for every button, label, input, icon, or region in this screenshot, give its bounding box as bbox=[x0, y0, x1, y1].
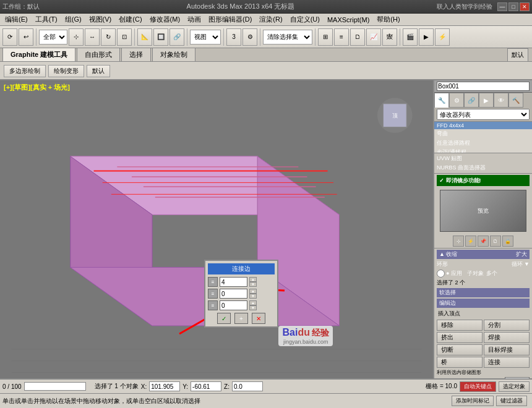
viewport[interactable]: [+][草图][真实 + 场光] bbox=[0, 80, 433, 378]
btn-split[interactable]: 分割 bbox=[484, 320, 530, 331]
panel-icon-1[interactable]: ⊹ bbox=[453, 236, 464, 247]
ribbon-btn-paint-deform[interactable]: 绘制变形 bbox=[48, 65, 84, 77]
soft-select-section: 软选择 bbox=[437, 288, 530, 297]
modifier-item-step[interactable]: 步迈/通线程 bbox=[434, 148, 532, 153]
toolbar-extra-1[interactable]: 3 bbox=[226, 28, 241, 46]
btn-cut[interactable]: 切断 bbox=[437, 344, 483, 355]
toolbar-magnet[interactable]: 🔗 bbox=[169, 28, 184, 46]
toolbar-rotate[interactable]: ↻ bbox=[101, 28, 116, 46]
panel-tab-motion[interactable]: ▶ bbox=[479, 93, 494, 108]
toolbar-mirror[interactable]: ⊞ bbox=[318, 28, 333, 46]
menu-animation[interactable]: 动画 bbox=[184, 14, 205, 25]
toolbar-curve-editor[interactable]: 📈 bbox=[366, 28, 381, 46]
toolbar-btn-2[interactable]: ↩ bbox=[19, 28, 33, 46]
dialog-icon-3: ≡ bbox=[208, 300, 218, 310]
dialog-ok-button[interactable]: ✓ bbox=[217, 313, 231, 324]
modifier-item-bend[interactable]: 弯曲 bbox=[434, 129, 532, 138]
toolbar-move[interactable]: ↔ bbox=[85, 28, 100, 46]
spin-down-2[interactable]: ▼ bbox=[249, 294, 257, 299]
apply-radio[interactable] bbox=[437, 270, 445, 278]
auto-key-button[interactable]: 自动关键点 bbox=[460, 381, 496, 392]
view-dropdown[interactable]: 视图 bbox=[190, 30, 221, 45]
named-selection-dropdown[interactable]: 清除选择集 bbox=[263, 30, 312, 45]
dialog-row-shrink: ≡ ▲ ▼ bbox=[208, 289, 275, 299]
menu-edit[interactable]: 编辑(E) bbox=[1, 14, 32, 25]
menu-render[interactable]: 渲染(R) bbox=[255, 14, 286, 25]
panel-icon-4[interactable]: 🗋 bbox=[490, 236, 501, 247]
toolbar-layer[interactable]: 🗋 bbox=[350, 28, 365, 46]
toolbar-btn-1[interactable]: ⟳ bbox=[2, 28, 17, 46]
coord-x-input[interactable] bbox=[149, 381, 180, 391]
menu-customize[interactable]: 自定义(U) bbox=[286, 14, 324, 25]
toolbar-render[interactable]: ▶ bbox=[419, 28, 434, 46]
edit-buttons-grid: 移除 分割 挤出 焊接 切断 目标焊接 桥 连接 bbox=[437, 320, 530, 368]
modifier-item-mesh[interactable]: 任意选择路程 bbox=[434, 138, 532, 148]
dialog-input-shrink[interactable] bbox=[220, 289, 247, 299]
menu-graph-editor[interactable]: 图形编辑器(D) bbox=[205, 14, 255, 25]
coord-y-input[interactable] bbox=[191, 381, 221, 391]
title-center: Autodesk 3ds Max 2013 x64 无标题 bbox=[45, 2, 437, 11]
toolbar-select[interactable]: ⊹ bbox=[69, 28, 84, 46]
coord-z-input[interactable] bbox=[232, 381, 263, 391]
modifier-nurbs[interactable]: NURBS 曲面选择器 bbox=[437, 163, 530, 172]
selected-btn[interactable]: 选定对象 bbox=[499, 381, 530, 392]
toolbar-snap[interactable]: 🔲 bbox=[153, 28, 168, 46]
ribbon-tab-freeform[interactable]: 自由形式 bbox=[77, 48, 120, 61]
expand-label: 扩大 bbox=[516, 250, 527, 258]
ribbon-tab-select[interactable]: 选择 bbox=[121, 48, 151, 61]
menu-modifier[interactable]: 修改器(M) bbox=[146, 14, 184, 25]
panel-icon-2[interactable]: ⚡ bbox=[465, 236, 476, 247]
dialog-input-segments[interactable] bbox=[220, 277, 247, 287]
param-cut-input[interactable] bbox=[505, 377, 530, 378]
menu-group[interactable]: 组(G) bbox=[61, 14, 85, 25]
btn-bridge[interactable]: 桥 bbox=[437, 357, 483, 368]
btn-weld[interactable]: 焊接 bbox=[484, 332, 530, 343]
object-name-input[interactable] bbox=[437, 82, 530, 91]
toolbar-extra-2[interactable]: ⚙ bbox=[242, 28, 257, 46]
toolbar-quick-render[interactable]: ⚡ bbox=[435, 28, 450, 46]
btn-extrude[interactable]: 挤出 bbox=[437, 332, 483, 343]
panel-icon-5[interactable]: 🔒 bbox=[502, 236, 513, 247]
dialog-cancel-button[interactable]: ✕ bbox=[252, 313, 265, 324]
dialog-plus-button[interactable]: + bbox=[234, 313, 248, 324]
panel-tab-utilities[interactable]: 🔨 bbox=[508, 93, 523, 108]
toolbar-render-setup[interactable]: 🎬 bbox=[403, 28, 418, 46]
toolbar-scale[interactable]: ⊡ bbox=[117, 28, 132, 46]
ribbon-tab-objpaint[interactable]: 对象绘制 bbox=[152, 48, 195, 61]
modifier-list-dropdown[interactable]: 修改器列表 bbox=[437, 109, 530, 120]
panel-tab-create[interactable]: 🔧 bbox=[434, 93, 449, 108]
select-filter-dropdown[interactable]: 全部 bbox=[39, 30, 67, 45]
toolbar-schematic[interactable]: 🕸 bbox=[382, 28, 397, 46]
ribbon-btn-polygon-draw[interactable]: 多边形绘制 bbox=[4, 65, 46, 77]
minimize-button[interactable]: — bbox=[497, 2, 507, 11]
modifier-item-ffd[interactable]: FFD 4x4x4 bbox=[434, 122, 532, 129]
spin-up-3[interactable]: ▲ bbox=[249, 300, 257, 305]
btn-target-weld[interactable]: 目标焊接 bbox=[484, 344, 530, 355]
panel-tab-hierarchy[interactable]: 🔗 bbox=[464, 93, 479, 108]
menu-tools[interactable]: 工具(T) bbox=[32, 14, 61, 25]
panel-tab-modify[interactable]: ⚙ bbox=[449, 93, 464, 108]
ribbon-tab-graphite[interactable]: Graphite 建模工具 bbox=[2, 48, 75, 61]
btn-connect[interactable]: 连接 bbox=[484, 357, 530, 368]
modifier-uvw[interactable]: UVW 贴图 bbox=[437, 154, 530, 163]
ribbon-tab-extra[interactable]: 默认 bbox=[507, 48, 528, 61]
close-button[interactable]: ✕ bbox=[520, 2, 530, 11]
spin-down-1[interactable]: ▼ bbox=[249, 282, 257, 287]
panel-icon-3[interactable]: 📌 bbox=[478, 236, 489, 247]
dialog-input-slide[interactable] bbox=[220, 300, 247, 310]
spin-down-3[interactable]: ▼ bbox=[249, 305, 257, 310]
spin-up-1[interactable]: ▲ bbox=[249, 277, 257, 282]
menu-view[interactable]: 视图(V) bbox=[85, 14, 116, 25]
ribbon-btn-default[interactable]: 默认 bbox=[87, 65, 110, 77]
spin-up-2[interactable]: ▲ bbox=[249, 289, 257, 294]
key-filter-button[interactable]: 键过滤器 bbox=[496, 396, 527, 406]
toolbar-align[interactable]: ≡ bbox=[334, 28, 349, 46]
btn-remove[interactable]: 移除 bbox=[437, 320, 483, 331]
menu-create[interactable]: 创建(C) bbox=[115, 14, 145, 25]
menu-maxscript[interactable]: MAXScript(M) bbox=[324, 15, 373, 24]
maximize-button[interactable]: □ bbox=[508, 2, 518, 11]
menu-help[interactable]: 帮助(H) bbox=[373, 14, 403, 25]
toolbar-ref[interactable]: 📐 bbox=[137, 28, 152, 46]
add-key-button[interactable]: 添加时间标记 bbox=[452, 396, 494, 406]
panel-tab-display[interactable]: 👁 bbox=[494, 93, 508, 108]
